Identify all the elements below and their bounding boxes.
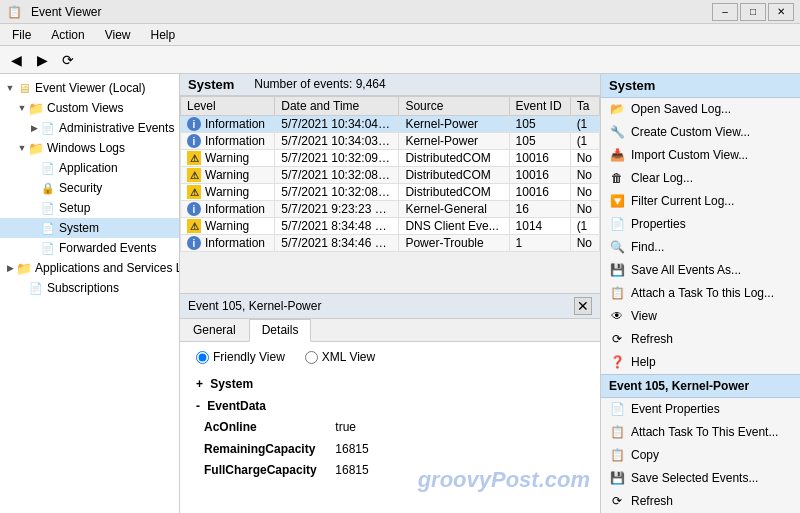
- action-item[interactable]: 📥 Import Custom View...: [601, 144, 800, 167]
- cell-level: iInformation: [181, 116, 275, 133]
- action-item[interactable]: 📋 Attach a Task To this Log...: [601, 282, 800, 305]
- key-remaining: RemainingCapacity: [204, 439, 324, 461]
- table-row[interactable]: ⚠Warning 5/7/2021 8:34:48 PM DNS Client …: [181, 218, 600, 235]
- table-row[interactable]: iInformation 5/7/2021 10:34:03 PM Kernel…: [181, 133, 600, 150]
- tree-item-security[interactable]: ▶ 🔒 Security: [0, 178, 179, 198]
- toolbar: ◀ ▶ ⟳: [0, 46, 800, 74]
- back-button[interactable]: ◀: [4, 49, 28, 71]
- level-text: Information: [205, 117, 265, 131]
- log-icon-security: 🔒: [40, 180, 56, 196]
- radio-friendly-label: Friendly View: [213, 350, 285, 364]
- level-text: Information: [205, 236, 265, 250]
- action-label: Filter Current Log...: [631, 194, 734, 208]
- cell-source: DNS Client Eve...: [399, 218, 509, 235]
- cell-eventid: 16: [509, 201, 570, 218]
- close-button[interactable]: ✕: [768, 3, 794, 21]
- cell-eventid: 10016: [509, 150, 570, 167]
- table-row[interactable]: ⚠Warning 5/7/2021 10:32:09 PM Distribute…: [181, 150, 600, 167]
- table-row[interactable]: iInformation 5/7/2021 9:23:23 PM Kernel-…: [181, 201, 600, 218]
- cell-task: No: [570, 235, 599, 252]
- menu-help[interactable]: Help: [143, 26, 184, 44]
- action-item[interactable]: 📂 Open Saved Log...: [601, 98, 800, 121]
- tree-item-admin-events[interactable]: ▶ 📄 Administrative Events: [0, 118, 179, 138]
- events-header: System Number of events: 9,464: [180, 74, 600, 96]
- action-item[interactable]: 📋 Copy: [601, 444, 800, 467]
- action-item[interactable]: 📄 Event Properties: [601, 398, 800, 421]
- action-item[interactable]: 📄 Properties: [601, 213, 800, 236]
- cell-datetime: 5/7/2021 8:34:48 PM: [275, 218, 399, 235]
- level-icon-info: i: [187, 202, 201, 216]
- radio-xml-label: XML View: [322, 350, 375, 364]
- actions-system-title: System: [601, 74, 800, 98]
- table-row[interactable]: ⚠Warning 5/7/2021 10:32:08 PM Distribute…: [181, 184, 600, 201]
- table-row[interactable]: iInformation 5/7/2021 10:34:04 PM Kernel…: [181, 116, 600, 133]
- tree-label-app-services: Applications and Services Logs: [35, 261, 180, 275]
- radio-friendly-input[interactable]: [196, 351, 209, 364]
- tree-item-windows-logs[interactable]: ▼ 📁 Windows Logs: [0, 138, 179, 158]
- action-label: Save Selected Events...: [631, 471, 758, 485]
- minimize-button[interactable]: –: [712, 3, 738, 21]
- maximize-button[interactable]: □: [740, 3, 766, 21]
- action-item[interactable]: 🗑 Clear Log...: [601, 167, 800, 190]
- tab-details[interactable]: Details: [249, 319, 312, 342]
- menu-file[interactable]: File: [4, 26, 39, 44]
- cell-eventid: 1: [509, 235, 570, 252]
- expander-root: ▼: [4, 82, 16, 94]
- tree-item-root[interactable]: ▼ 🖥 Event Viewer (Local): [0, 78, 179, 98]
- action-item[interactable]: 🔽 Filter Current Log...: [601, 190, 800, 213]
- tree-item-setup[interactable]: ▶ 📄 Setup: [0, 198, 179, 218]
- action-item[interactable]: 💾 Save Selected Events...: [601, 467, 800, 490]
- action-label: Help: [631, 355, 656, 369]
- action-item[interactable]: 🔍 Find...: [601, 236, 800, 259]
- action-label: Attach a Task To this Log...: [631, 286, 774, 300]
- detail-content: Friendly View XML View + System - EventD…: [180, 342, 600, 513]
- tree-item-subscriptions[interactable]: ▶ 📄 Subscriptions: [0, 278, 179, 298]
- action-item[interactable]: 👁 View: [601, 305, 800, 328]
- action-item[interactable]: 💾 Save All Events As...: [601, 259, 800, 282]
- event-actions: 📄 Event Properties 📋 Attach Task To This…: [601, 398, 800, 513]
- action-label: Save All Events As...: [631, 263, 741, 277]
- table-row[interactable]: ⚠Warning 5/7/2021 10:32:08 PM Distribute…: [181, 167, 600, 184]
- tree-item-application[interactable]: ▶ 📄 Application: [0, 158, 179, 178]
- action-item[interactable]: ❓ Help: [601, 351, 800, 374]
- tree-label-security: Security: [59, 181, 102, 195]
- table-row[interactable]: iInformation 5/7/2021 8:34:46 PM Power-T…: [181, 235, 600, 252]
- events-table-wrapper[interactable]: Level Date and Time Source Event ID Ta i…: [180, 96, 600, 293]
- app-title: Event Viewer: [31, 5, 101, 19]
- action-item[interactable]: 📋 Attach Task To This Event...: [601, 421, 800, 444]
- refresh-button[interactable]: ⟳: [56, 49, 80, 71]
- cell-level: iInformation: [181, 201, 275, 218]
- cell-eventid: 10016: [509, 184, 570, 201]
- cell-datetime: 5/7/2021 10:32:09 PM: [275, 150, 399, 167]
- event-count: Number of events: 9,464: [254, 77, 385, 92]
- cell-datetime: 5/7/2021 10:32:08 PM: [275, 184, 399, 201]
- tree-item-custom-views[interactable]: ▼ 📁 Custom Views: [0, 98, 179, 118]
- log-icon-application: 📄: [40, 160, 56, 176]
- tree-item-forwarded[interactable]: ▶ 📄 Forwarded Events: [0, 238, 179, 258]
- menu-view[interactable]: View: [97, 26, 139, 44]
- action-icon: 🔧: [609, 124, 625, 140]
- level-text: Information: [205, 202, 265, 216]
- action-icon: 💾: [609, 262, 625, 278]
- action-icon: 🔽: [609, 193, 625, 209]
- key-aconline: AcOnline: [204, 417, 324, 439]
- menu-action[interactable]: Action: [43, 26, 92, 44]
- log-icon-subscriptions: 📄: [28, 280, 44, 296]
- radio-friendly[interactable]: Friendly View: [196, 350, 285, 364]
- cell-datetime: 5/7/2021 9:23:23 PM: [275, 201, 399, 218]
- action-item[interactable]: ⟳ Refresh: [601, 328, 800, 351]
- tree-item-system[interactable]: ▶ 📄 System: [0, 218, 179, 238]
- detail-close-button[interactable]: ✕: [574, 297, 592, 315]
- action-item[interactable]: ⟳ Refresh: [601, 490, 800, 513]
- tree-item-app-services[interactable]: ▶ 📁 Applications and Services Logs: [0, 258, 179, 278]
- action-item[interactable]: 🔧 Create Custom View...: [601, 121, 800, 144]
- log-icon-forwarded: 📄: [40, 240, 56, 256]
- radio-xml-input[interactable]: [305, 351, 318, 364]
- action-label: Find...: [631, 240, 664, 254]
- action-icon: 💾: [609, 470, 625, 486]
- forward-button[interactable]: ▶: [30, 49, 54, 71]
- cell-eventid: 105: [509, 116, 570, 133]
- radio-xml[interactable]: XML View: [305, 350, 375, 364]
- cell-task: No: [570, 167, 599, 184]
- tab-general[interactable]: General: [180, 319, 249, 341]
